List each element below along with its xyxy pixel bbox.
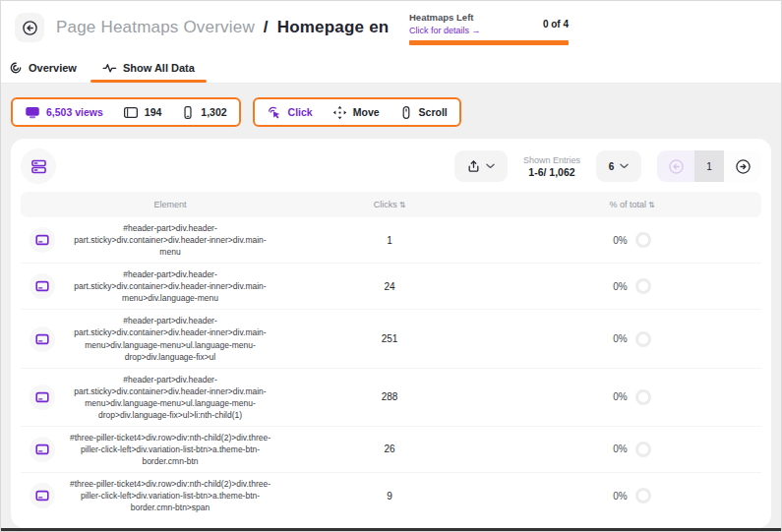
column-header-clicks[interactable]: Clicks⇅ xyxy=(276,200,503,209)
page-header: Page Heatmaps Overview / Homepage en Hea… xyxy=(1,1,781,54)
table-controls: Shown Entries 1-6/ 1,062 6 xyxy=(21,148,761,184)
element-screen-icon xyxy=(30,384,55,410)
pct-of-total-value: 0% xyxy=(613,391,627,402)
filters-row: 6,503 views 194 xyxy=(1,97,781,127)
chevron-down-icon xyxy=(486,163,495,169)
arrow-left-circle-icon xyxy=(668,158,685,175)
table-row[interactable]: #header-part>div.header-part.sticky>div.… xyxy=(21,310,761,368)
column-header-pct[interactable]: % of total⇅ xyxy=(503,200,761,209)
pct-ring-indicator xyxy=(635,331,651,347)
window-bottom-edge xyxy=(1,528,781,531)
next-page-button[interactable] xyxy=(724,150,761,182)
device-filter-tablet[interactable]: 194 xyxy=(123,105,162,120)
tablet-views-value: 194 xyxy=(145,106,162,118)
mode-filter-move[interactable]: Move xyxy=(332,105,380,120)
element-selector: #three-piller-ticket4>div.row>div:nth-ch… xyxy=(64,478,276,513)
export-icon xyxy=(466,159,481,174)
quota-details-link[interactable]: Click for details → xyxy=(409,26,481,35)
clicks-value: 9 xyxy=(276,491,503,502)
database-icon xyxy=(30,158,47,175)
activity-icon xyxy=(102,61,117,75)
clicks-value: 24 xyxy=(276,281,503,292)
sort-icon[interactable]: ⇅ xyxy=(648,201,655,209)
tablet-icon xyxy=(123,105,139,120)
device-filter-desktop[interactable]: 6,503 views xyxy=(25,105,103,120)
column-header-element: Element xyxy=(64,200,276,209)
pagination: 1 xyxy=(657,150,761,182)
app-window: Page Heatmaps Overview / Homepage en Hea… xyxy=(0,0,782,532)
breadcrumb-current: Homepage en xyxy=(277,18,390,36)
pct-of-total-value: 0% xyxy=(613,443,627,454)
tab-bar: Overview Show All Data xyxy=(1,54,781,84)
table-body: #header-part>div.header-part.sticky>div.… xyxy=(21,217,761,518)
mobile-views-value: 1,302 xyxy=(201,106,226,118)
clicks-value: 26 xyxy=(276,443,503,454)
page-size-select[interactable]: 6 xyxy=(596,150,641,182)
pct-of-total-value: 0% xyxy=(613,281,627,292)
pct-of-total-value: 0% xyxy=(613,333,627,344)
tab-overview[interactable]: Overview xyxy=(9,61,77,83)
arrow-right-circle-icon xyxy=(735,158,752,175)
table-row[interactable]: #header-part>div.header-part.sticky>div.… xyxy=(21,369,761,427)
mode-filter-scroll[interactable]: Scroll xyxy=(399,105,448,120)
breadcrumb-separator: / xyxy=(264,18,269,36)
element-screen-icon xyxy=(30,437,55,462)
previous-page-button[interactable] xyxy=(657,150,694,182)
device-stats-box: 6,503 views 194 xyxy=(11,97,241,127)
shown-entries-value: 1-6/ 1,062 xyxy=(523,166,580,178)
table-header: Element Clicks⇅ % of total⇅ xyxy=(21,192,761,217)
mode-scroll-label: Scroll xyxy=(419,106,448,118)
shown-entries: Shown Entries 1-6/ 1,062 xyxy=(523,155,580,178)
tab-overview-label: Overview xyxy=(29,62,77,74)
active-tab-underline xyxy=(90,80,207,83)
table-row[interactable]: #three-piller-ticket4>div.row>div:nth-ch… xyxy=(21,473,761,518)
device-filter-mobile[interactable]: 1,302 xyxy=(181,105,226,120)
clicks-value: 288 xyxy=(276,391,503,402)
element-screen-icon xyxy=(30,483,55,508)
quota-label: Heatmaps Left xyxy=(409,12,481,23)
pct-ring-indicator xyxy=(635,278,651,294)
pct-ring-indicator xyxy=(635,389,651,405)
table-view-button[interactable] xyxy=(21,148,56,184)
heatmap-swirl-icon xyxy=(9,61,23,75)
table-row[interactable]: #header-part>div.header-part.sticky>div.… xyxy=(21,217,761,264)
back-button[interactable] xyxy=(15,13,44,42)
move-icon xyxy=(332,105,347,120)
current-page[interactable]: 1 xyxy=(694,150,724,182)
mobile-icon xyxy=(181,105,195,120)
pct-of-total-value: 0% xyxy=(613,491,627,502)
data-table-card: Shown Entries 1-6/ 1,062 6 xyxy=(11,139,771,528)
element-screen-icon xyxy=(30,227,55,253)
desktop-icon xyxy=(25,105,40,120)
element-selector: #header-part>div.header-part.sticky>div.… xyxy=(64,268,276,304)
page-size-value: 6 xyxy=(609,161,615,172)
content-area: 6,503 views 194 xyxy=(1,84,781,531)
mode-move-label: Move xyxy=(353,106,380,118)
table-row[interactable]: #header-part>div.header-part.sticky>div.… xyxy=(21,264,761,310)
back-arrow-icon xyxy=(22,20,38,36)
tab-show-all-data[interactable]: Show All Data xyxy=(102,61,195,83)
mode-filter-click[interactable]: Click xyxy=(267,105,313,120)
element-screen-icon xyxy=(30,273,55,299)
tab-show-all-data-label: Show All Data xyxy=(123,62,195,74)
heatmaps-quota: Heatmaps Left Click for details → 0 of 4 xyxy=(409,12,569,45)
breadcrumb: Page Heatmaps Overview / Homepage en xyxy=(56,18,389,37)
export-button[interactable] xyxy=(454,150,508,182)
element-selector: #header-part>div.header-part.sticky>div.… xyxy=(64,374,276,421)
clicks-value: 251 xyxy=(276,333,503,344)
scroll-mouse-icon xyxy=(399,105,413,120)
shown-entries-label: Shown Entries xyxy=(523,155,580,165)
breadcrumb-parent: Page Heatmaps Overview xyxy=(56,18,255,36)
sort-icon[interactable]: ⇅ xyxy=(399,201,406,209)
pct-of-total-value: 0% xyxy=(613,235,627,246)
table-row[interactable]: #three-piller-ticket4>div.row>div:nth-ch… xyxy=(21,427,761,473)
element-selector: #header-part>div.header-part.sticky>div.… xyxy=(64,315,276,362)
element-selector: #header-part>div.header-part.sticky>div.… xyxy=(64,222,276,258)
quota-progress-bar xyxy=(409,40,569,45)
pct-ring-indicator xyxy=(635,442,651,457)
quota-count: 0 of 4 xyxy=(543,19,569,30)
element-screen-icon xyxy=(30,326,55,352)
click-icon xyxy=(267,105,282,120)
desktop-views-value: 6,503 views xyxy=(46,106,103,118)
mode-click-label: Click xyxy=(288,106,313,118)
